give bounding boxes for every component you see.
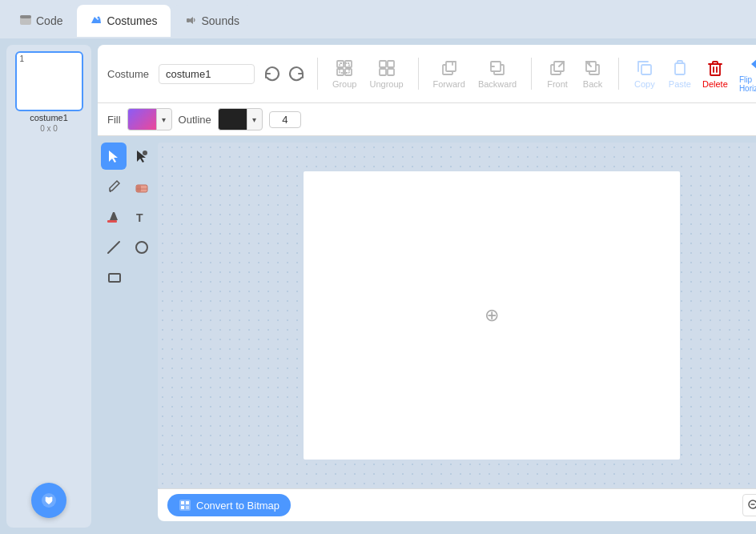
outline-size-input[interactable] <box>269 111 301 128</box>
reshape-tool-button[interactable] <box>130 143 155 170</box>
svg-rect-14 <box>380 69 386 75</box>
costume-list-panel: 1 costume1 0 x 0 <box>6 45 91 528</box>
svg-rect-13 <box>388 61 394 67</box>
tool-row-3: T <box>101 203 155 231</box>
copy-label: Copy <box>634 79 655 89</box>
back-label: Back <box>583 79 602 89</box>
svg-rect-11 <box>340 63 349 73</box>
backward-button[interactable]: Backward <box>473 55 521 92</box>
svg-rect-12 <box>380 61 386 67</box>
brush-tool-button[interactable] <box>101 173 127 200</box>
delete-label: Delete <box>702 79 728 89</box>
canvas-background[interactable]: ⊕ <box>158 143 756 488</box>
svg-rect-34 <box>109 274 120 282</box>
divider-1 <box>317 58 318 90</box>
svg-rect-38 <box>181 506 184 509</box>
svg-rect-17 <box>446 62 456 71</box>
svg-rect-39 <box>186 506 189 509</box>
canvas-inner[interactable]: ⊕ <box>304 171 680 460</box>
divider-3 <box>531 58 532 90</box>
layer-section: Forward Backward <box>428 55 522 92</box>
front-back-section: Front Back <box>541 55 609 92</box>
fill-swatch-container: ▾ <box>127 108 172 130</box>
ungroup-button[interactable]: Ungroup <box>364 55 408 92</box>
costume-name-input[interactable] <box>159 64 255 84</box>
costume-item[interactable]: 1 costume1 0 x 0 <box>13 51 85 133</box>
svg-point-26 <box>143 151 147 155</box>
outline-color-swatch[interactable] <box>218 108 247 130</box>
svg-rect-10 <box>345 69 352 75</box>
costume-field-label: Costume <box>107 68 149 80</box>
svg-rect-9 <box>337 69 344 75</box>
delete-button[interactable]: Delete <box>699 55 731 92</box>
svg-rect-8 <box>345 61 352 67</box>
zoom-out-button[interactable] <box>742 494 756 516</box>
edit-section: Copy Paste Delete <box>629 51 756 96</box>
costume-item-name: costume1 <box>30 113 68 122</box>
editor-area: T <box>98 136 756 528</box>
divider-4 <box>618 58 619 90</box>
forward-label: Forward <box>433 79 465 89</box>
zoom-controls: = <box>742 494 756 516</box>
costume-thumbnail: 1 <box>15 51 83 111</box>
back-button[interactable]: Back <box>577 55 609 92</box>
group-button[interactable]: Group <box>328 55 362 92</box>
fill-tool-button[interactable] <box>101 203 127 231</box>
circle-tool-button[interactable] <box>130 234 155 261</box>
svg-rect-37 <box>186 501 189 504</box>
svg-rect-24 <box>641 65 651 74</box>
fill-dropdown-button[interactable]: ▾ <box>156 108 172 130</box>
tab-code[interactable]: Code <box>6 5 75 37</box>
group-section: Group Ungroup <box>328 55 408 92</box>
tools-panel: T <box>98 136 158 528</box>
tab-sounds[interactable]: Sounds <box>172 5 252 37</box>
rotate-controls <box>261 62 308 85</box>
front-label: Front <box>547 79 568 89</box>
paste-button[interactable]: Paste <box>664 55 696 92</box>
tab-costumes[interactable]: Costumes <box>77 5 170 37</box>
bottom-toolbar: Convert to Bitmap = <box>158 488 756 521</box>
outline-dropdown-button[interactable]: ▾ <box>247 108 263 130</box>
svg-point-6 <box>50 497 53 500</box>
rotate-right-button[interactable] <box>285 62 308 85</box>
tool-row-1 <box>101 143 155 170</box>
svg-rect-30 <box>107 220 117 223</box>
svg-point-5 <box>46 497 48 500</box>
svg-rect-36 <box>181 501 184 504</box>
eraser-tool-button[interactable] <box>130 173 155 200</box>
add-costume-button[interactable] <box>31 483 66 518</box>
rect-tool-button[interactable] <box>101 264 128 291</box>
svg-rect-25 <box>675 63 685 74</box>
group-label: Group <box>332 79 357 89</box>
svg-rect-1 <box>20 15 31 18</box>
svg-rect-28 <box>136 185 141 192</box>
toolbar: Costume <box>98 45 756 103</box>
costume-number: 1 <box>20 54 25 63</box>
code-icon <box>19 14 32 29</box>
backward-label: Backward <box>478 79 517 89</box>
sounds-icon <box>185 14 198 29</box>
flip-horizontal-label: Flip Horizontal <box>739 75 756 93</box>
svg-rect-7 <box>337 61 344 67</box>
svg-point-33 <box>136 242 147 253</box>
text-tool-button[interactable]: T <box>130 203 155 231</box>
convert-to-bitmap-button[interactable]: Convert to Bitmap <box>167 494 291 516</box>
flip-horizontal-button[interactable]: Flip Horizontal <box>734 51 756 96</box>
convert-btn-label: Convert to Bitmap <box>196 500 279 512</box>
tool-row-5 <box>101 264 155 291</box>
tab-bar: Code Costumes Sounds <box>0 0 756 38</box>
copy-button[interactable]: Copy <box>629 55 661 92</box>
forward-button[interactable]: Forward <box>428 55 470 92</box>
right-panel: Costume <box>98 45 756 528</box>
costume-item-size: 0 x 0 <box>40 124 58 133</box>
line-tool-button[interactable] <box>101 234 127 261</box>
select-tool-button[interactable] <box>101 143 127 170</box>
fill-color-swatch[interactable] <box>127 108 156 130</box>
paste-label: Paste <box>669 79 691 89</box>
rotate-left-button[interactable] <box>261 62 284 85</box>
divider-2 <box>418 58 419 90</box>
front-button[interactable]: Front <box>541 55 573 92</box>
costumes-icon <box>90 14 103 29</box>
svg-line-32 <box>108 242 119 253</box>
svg-rect-15 <box>388 69 394 75</box>
